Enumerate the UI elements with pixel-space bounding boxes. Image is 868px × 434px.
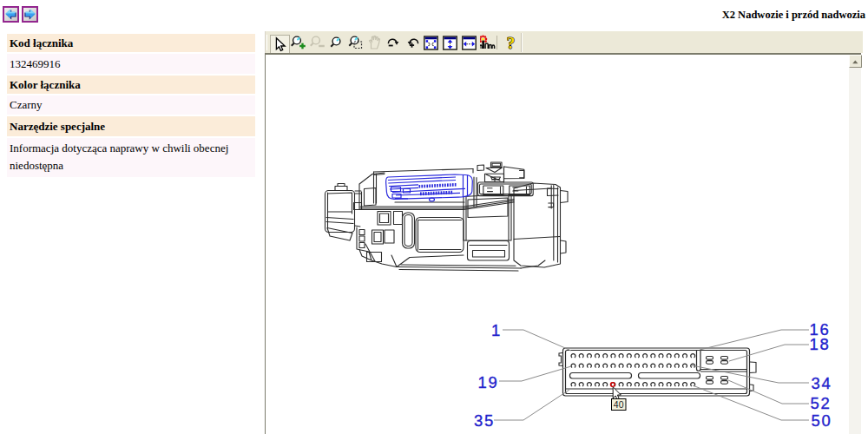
svg-text:50: 50 [812, 411, 832, 430]
svg-text:1: 1 [491, 321, 502, 339]
svg-text:18: 18 [810, 335, 831, 353]
svg-text:40: 40 [614, 399, 624, 410]
svg-text:52: 52 [811, 394, 832, 412]
svg-text:?: ? [507, 34, 516, 52]
svg-text:19: 19 [478, 373, 499, 391]
svg-text:34: 34 [812, 374, 832, 392]
svg-text:35: 35 [474, 411, 495, 430]
